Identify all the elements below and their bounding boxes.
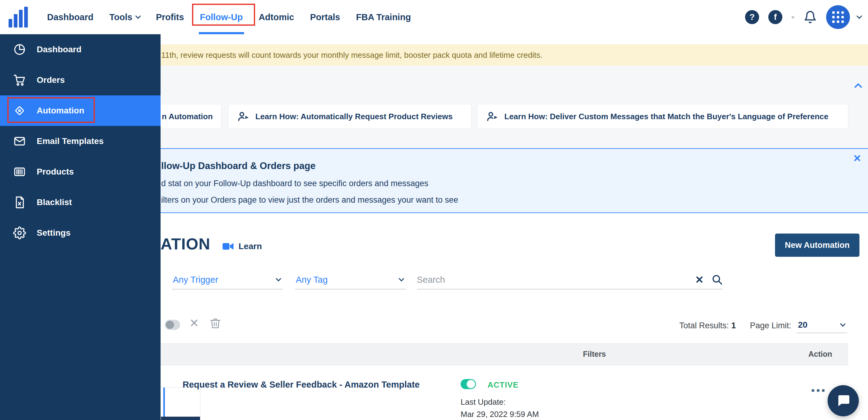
nav-portals[interactable]: Portals xyxy=(310,0,340,34)
tag-filter-dropdown[interactable]: Any Tag xyxy=(295,270,406,289)
sidebar-item-email-templates[interactable]: Email Templates xyxy=(0,126,161,157)
learn-card-custom-messages[interactable]: Learn How: Deliver Custom Messages that … xyxy=(477,104,848,129)
nav-follow-up[interactable]: Follow-Up xyxy=(200,0,243,34)
account-chevron-down-icon[interactable] xyxy=(857,13,862,19)
trash-icon[interactable] xyxy=(209,317,221,330)
search-icon[interactable] xyxy=(712,274,723,285)
screen: Dashboard Tools Profits Follow-Up Adtomi… xyxy=(0,0,868,420)
primary-nav: Dashboard Tools Profits Follow-Up Adtomi… xyxy=(47,0,411,34)
sidebar-item-label: Automation xyxy=(37,106,85,116)
info-box-title: llow-Up Dashboard & Orders page xyxy=(161,160,316,171)
bulk-clear-icon[interactable]: ✕ xyxy=(189,317,199,329)
close-icon[interactable]: ✕ xyxy=(853,153,861,164)
cart-icon xyxy=(13,73,26,87)
search-input[interactable] xyxy=(417,275,695,285)
account-apps-icon[interactable] xyxy=(826,5,850,29)
info-box-line: ilters on your Orders page to view just … xyxy=(161,195,458,205)
sidebar-item-blacklist[interactable]: Blacklist xyxy=(0,187,161,218)
chevron-down-icon xyxy=(840,321,845,326)
page-title: ATION xyxy=(161,235,210,253)
sidebar-item-label: Orders xyxy=(37,75,65,85)
chevron-down-icon xyxy=(135,13,141,19)
envelope-icon xyxy=(13,134,26,148)
notice-banner-text: 11th, review requests will count towards… xyxy=(161,51,542,60)
column-header-action: Action xyxy=(808,350,832,359)
gear-icon xyxy=(13,226,26,240)
nav-profits[interactable]: Profits xyxy=(156,0,184,34)
navbar-right-cluster: ? f xyxy=(745,0,861,34)
top-navbar: Dashboard Tools Profits Follow-Up Adtomi… xyxy=(0,0,868,34)
grid-dots xyxy=(832,11,844,23)
total-results-value: 1 xyxy=(731,321,736,330)
sidebar-item-settings[interactable]: Settings xyxy=(0,218,161,248)
separator-dot xyxy=(792,16,794,19)
thumbnail-header-strip xyxy=(161,417,200,420)
chevron-down-icon xyxy=(276,276,281,281)
active-tab-underline xyxy=(199,32,244,34)
learn-card-automation[interactable]: n Automation xyxy=(153,104,221,129)
barcode-icon xyxy=(13,165,26,179)
column-header-filters: Filters xyxy=(583,350,606,359)
page-limit-label: Page Limit: xyxy=(750,321,791,330)
sidebar-item-products[interactable]: Products xyxy=(0,157,161,187)
automation-name: Request a Review & Seller Feedback - Ama… xyxy=(183,380,420,390)
video-camera-icon xyxy=(222,240,234,253)
bulk-select-toggle[interactable] xyxy=(165,320,180,330)
sidebar-item-label: Blacklist xyxy=(37,197,72,207)
automation-diamond-icon xyxy=(13,104,26,118)
last-update-label: Last Update: xyxy=(461,397,505,407)
trigger-filter-dropdown[interactable]: Any Trigger xyxy=(172,270,283,289)
row-overflow-menu-icon[interactable]: ••• xyxy=(811,385,827,396)
sidebar-item-orders[interactable]: Orders xyxy=(0,65,161,95)
chat-widget-button[interactable] xyxy=(828,385,859,416)
new-automation-button[interactable]: New Automation xyxy=(775,233,860,257)
nav-tools[interactable]: Tools xyxy=(109,0,140,34)
nav-adtomic[interactable]: Adtomic xyxy=(259,0,294,34)
search-field: ✕ xyxy=(417,270,723,289)
notifications-bell-icon[interactable] xyxy=(803,10,817,24)
tutorial-person-icon xyxy=(237,110,250,123)
sidebar-item-dashboard[interactable]: Dashboard xyxy=(0,34,161,65)
sidebar-item-label: Email Templates xyxy=(37,136,104,146)
learn-card-request-reviews[interactable]: Learn How: Automatically Request Product… xyxy=(228,104,472,129)
facebook-icon[interactable]: f xyxy=(768,10,782,24)
clear-search-icon[interactable]: ✕ xyxy=(695,274,704,285)
nav-dashboard[interactable]: Dashboard xyxy=(47,0,93,34)
last-update-value: Mar 29, 2022 9:59 AM xyxy=(461,410,539,419)
page-limit-select[interactable]: 20 xyxy=(797,317,847,333)
sidebar-item-label: Settings xyxy=(37,228,70,238)
sidebar: Dashboard Orders Automation Email Templa… xyxy=(0,34,161,420)
nav-fba-training[interactable]: FBA Training xyxy=(356,0,411,34)
pie-chart-icon xyxy=(13,43,26,56)
help-icon[interactable]: ? xyxy=(745,10,759,24)
total-results: Total Results:1 xyxy=(679,321,736,330)
app-logo-icon[interactable] xyxy=(8,7,28,28)
sidebar-item-automation[interactable]: Automation xyxy=(0,95,161,126)
blacklist-document-icon xyxy=(13,196,26,209)
status-badge: ACTIVE xyxy=(488,380,519,390)
thumbnail-accent xyxy=(163,388,165,420)
automation-active-toggle[interactable] xyxy=(461,379,476,389)
learn-video-link[interactable]: Learn xyxy=(222,240,262,253)
tutorial-person-icon xyxy=(486,110,499,123)
sidebar-item-label: Dashboard xyxy=(37,45,81,55)
sidebar-item-label: Products xyxy=(37,167,74,177)
chevron-down-icon xyxy=(399,276,404,281)
collapse-section-chevron-up-icon[interactable] xyxy=(852,79,864,92)
info-box-line: d stat on your Follow-Up dashboard to se… xyxy=(161,179,428,188)
